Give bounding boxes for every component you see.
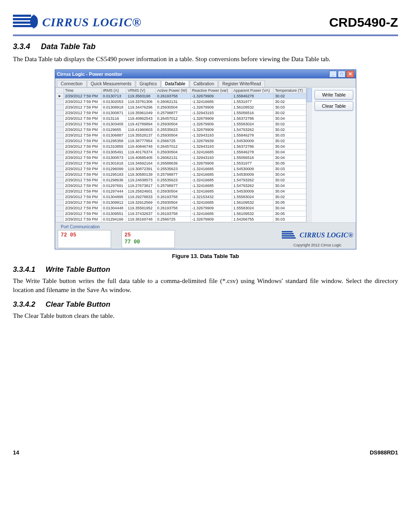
table-row[interactable]: 2/29/2012 7:59 PM0.0130713119.35831980.2… xyxy=(56,93,306,99)
table-cell: 0.26193758 xyxy=(156,205,190,211)
table-row[interactable]: 2/29/2012 7:59 PM0.01296099119.308723910… xyxy=(56,166,306,172)
port-communication-panel: Port Communication 72 05 25 77 00 CIRRUS… xyxy=(55,222,356,249)
table-row[interactable]: 2/29/2012 7:59 PM0.01309812119.329125690… xyxy=(56,200,306,205)
table-row[interactable]: 2/29/2012 7:59 PM0.01301616119.346921640… xyxy=(56,161,306,166)
column-header[interactable]: IRMS (A) xyxy=(101,88,126,93)
clear-table-button[interactable]: Clear Table xyxy=(314,101,353,111)
table-row[interactable]: 2/29/2012 7:59 PM0.01304895119.292788330… xyxy=(56,194,306,200)
row-selector[interactable] xyxy=(56,183,64,189)
table-cell: 1.55056516 xyxy=(232,110,274,116)
tab-connection[interactable]: Connection xyxy=(57,80,87,87)
tab-quick-measurements[interactable]: Quick Measurements xyxy=(87,80,135,87)
row-selector[interactable] xyxy=(56,166,64,172)
table-cell: 119.32912569 xyxy=(126,200,156,205)
row-selector[interactable] xyxy=(56,205,64,211)
table-row[interactable]: 2/29/2012 7:59 PM0.01309551119.374326370… xyxy=(56,211,306,217)
row-selector[interactable] xyxy=(56,110,64,116)
tab-datatable[interactable]: DataTable xyxy=(161,80,189,87)
table-row[interactable]: 2/29/2012 7:59 PM0.01295358119.387778540… xyxy=(56,138,306,144)
page-header: CIRRUS LOGIC® CRD5490-Z xyxy=(13,13,398,32)
row-selector[interactable] xyxy=(56,138,64,144)
table-row[interactable]: 2/29/2012 7:59 PM0.01300871119.359610490… xyxy=(56,110,306,116)
table-cell: 30.04 xyxy=(274,189,306,194)
figure-13: Cirrus Logic - Power monitor _ □ ✕ Conne… xyxy=(13,69,398,259)
row-selector[interactable] xyxy=(56,99,64,105)
table-row[interactable]: 2/29/2012 7:59 PM0.01303405119.427898940… xyxy=(56,121,306,127)
row-selector[interactable] xyxy=(56,105,64,110)
row-selector[interactable] xyxy=(56,194,64,200)
table-row[interactable]: 2/29/2012 7:59 PM0.01310855119.408467480… xyxy=(56,144,306,149)
table-cell: 1.55846278 xyxy=(232,133,274,138)
tab-calibration[interactable]: Calibration xyxy=(190,80,218,87)
row-selector[interactable] xyxy=(56,116,64,121)
table-cell: 0.01302053 xyxy=(101,99,126,105)
column-header[interactable]: Apparent Power (VA) xyxy=(232,88,274,93)
table-row[interactable]: 2/29/2012 7:59 PM0.01300573119.406854050… xyxy=(56,155,306,161)
row-selector[interactable] xyxy=(56,144,64,149)
write-table-button[interactable]: Write Table xyxy=(314,90,353,100)
section-title: Data Table Tab xyxy=(41,42,96,51)
table-row[interactable]: 2/29/2012 7:59 PM0.01304448119.355819520… xyxy=(56,205,306,211)
row-selector[interactable] xyxy=(56,177,64,183)
row-selector[interactable] xyxy=(56,200,64,205)
port-tx-box[interactable]: 72 05 xyxy=(58,230,111,248)
titlebar[interactable]: Cirrus Logic - Power monitor _ □ ✕ xyxy=(55,70,356,78)
maximize-button[interactable]: □ xyxy=(338,71,346,78)
table-cell: 2/29/2012 7:59 PM xyxy=(64,211,102,217)
table-cell: 0.2566725 xyxy=(156,138,190,144)
table-cell: -1.32943193 xyxy=(190,133,232,138)
table-cell: 119.30580139 xyxy=(126,172,156,177)
table-cell: 30.02 xyxy=(274,127,306,133)
table-cell: 119.34476296 xyxy=(126,105,156,110)
tab-register-write-read[interactable]: Register Write/Read xyxy=(218,80,265,87)
row-selector[interactable] xyxy=(56,172,64,177)
tab-graphics[interactable]: Graphics xyxy=(136,80,161,87)
table-cell: 30.04 xyxy=(274,205,306,211)
row-selector[interactable] xyxy=(56,211,64,217)
table-cell: 2/29/2012 7:59 PM xyxy=(64,189,102,194)
table-cell: 30.04 xyxy=(274,116,306,121)
row-selector[interactable] xyxy=(56,121,64,127)
row-selector[interactable] xyxy=(56,93,64,99)
table-cell: 1.55846278 xyxy=(232,149,274,155)
table-cell: 119.34692164 xyxy=(126,161,156,166)
table-cell: 119.38169748 xyxy=(126,217,156,222)
scroll-thumb[interactable] xyxy=(307,88,312,102)
vertical-scrollbar[interactable] xyxy=(306,87,312,222)
column-header[interactable]: Temperature (T) xyxy=(274,88,306,93)
column-header[interactable]: VRMS (V) xyxy=(126,88,156,93)
row-selector[interactable] xyxy=(56,127,64,133)
table-row[interactable]: 2/29/2012 7:59 PM0.01297691119.276738170… xyxy=(56,183,306,189)
window-title: Cirrus Logic - Power monitor xyxy=(57,72,122,77)
row-selector[interactable] xyxy=(56,161,64,166)
table-row[interactable]: 2/29/2012 7:59 PM0.01302053119.337813060… xyxy=(56,99,306,105)
column-header[interactable]: Reactive Power (var) xyxy=(190,88,232,93)
row-selector[interactable] xyxy=(56,217,64,222)
close-button[interactable]: ✕ xyxy=(346,71,354,78)
table-cell: 0.01309551 xyxy=(101,211,126,217)
table-cell: 1.55583024 xyxy=(232,121,274,127)
table-cell: 1.54793262 xyxy=(232,177,274,183)
row-selector[interactable] xyxy=(56,149,64,155)
table-cell: 0.25930504 xyxy=(156,105,190,110)
table-row[interactable]: 2/29/2012 7:59 PM0.01305491119.401763740… xyxy=(56,149,306,155)
table-cell: 119.38777854 xyxy=(126,138,156,144)
table-row[interactable]: 2/29/2012 7:59 PM0.01298636119.248385730… xyxy=(56,177,306,183)
row-selector[interactable] xyxy=(56,133,64,138)
table-row[interactable]: 2/29/2012 7:59 PM0.01295183119.305801390… xyxy=(56,172,306,177)
minimize-button[interactable]: _ xyxy=(329,71,337,78)
column-header[interactable]: Time xyxy=(64,88,102,93)
table-row[interactable]: 2/29/2012 7:59 PM0.01297444119.258246010… xyxy=(56,189,306,194)
table-row[interactable]: 2/29/2012 7:59 PM0.013116119.408625430.2… xyxy=(56,116,306,121)
row-selector[interactable] xyxy=(56,155,64,161)
row-selector[interactable] xyxy=(56,189,64,194)
table-row[interactable]: 2/29/2012 7:59 PM0.01294166119.381697480… xyxy=(56,217,306,222)
table-row[interactable]: 2/29/2012 7:59 PM0.01306887119.355281370… xyxy=(56,133,306,138)
data-table-area: TimeIRMS (A)VRMS (V)Active Power (W)Reac… xyxy=(55,87,306,222)
column-header[interactable]: Active Power (W) xyxy=(156,88,190,93)
table-row[interactable]: 2/29/2012 7:59 PM0.0129655119.419606030.… xyxy=(56,127,306,133)
table-row[interactable]: 2/29/2012 7:59 PM0.01308918119.344762960… xyxy=(56,105,306,110)
data-table[interactable]: TimeIRMS (A)VRMS (V)Active Power (W)Reac… xyxy=(55,87,306,222)
footer-logo-block: CIRRUS LOGIC® Copyright 2012 Cirrus Logi… xyxy=(282,230,353,247)
port-rx-box[interactable]: 25 77 00 xyxy=(121,230,175,248)
